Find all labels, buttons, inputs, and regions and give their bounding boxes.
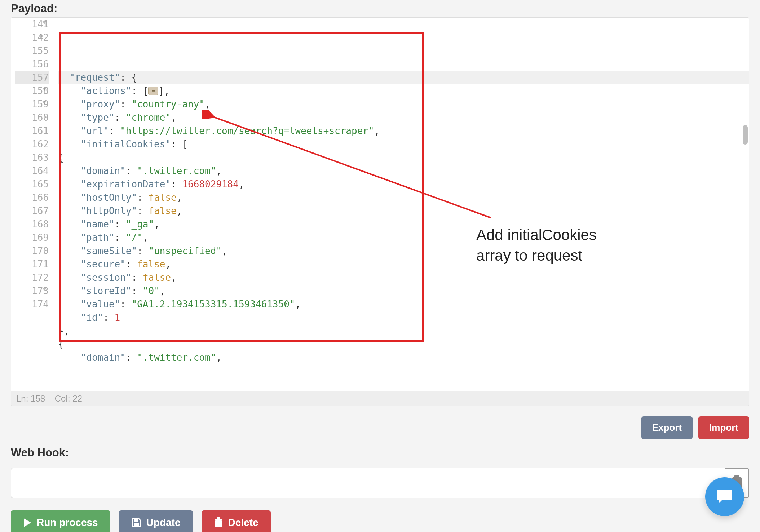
code-line[interactable]: "hostOnly": false, <box>58 191 749 204</box>
chat-fab[interactable] <box>705 477 744 516</box>
gutter-line: 169 <box>15 231 49 244</box>
code-line[interactable]: "path": "/", <box>58 231 749 244</box>
play-icon <box>23 518 32 528</box>
svg-rect-5 <box>217 517 220 519</box>
gutter-line: 163 <box>15 151 49 164</box>
code-line[interactable]: "id": 1 <box>58 311 749 324</box>
gutter-line: 156 <box>15 58 49 71</box>
svg-rect-1 <box>134 519 138 522</box>
gutter-line: 158 <box>15 84 49 98</box>
webhook-input[interactable] <box>11 468 725 498</box>
gutter-line: 159 <box>15 98 49 111</box>
code-line[interactable]: "initialCookies": [ <box>58 138 749 151</box>
gutter-line: 167 <box>15 204 49 218</box>
annotation-line2: array to request <box>476 245 597 266</box>
code-line[interactable]: "session": false, <box>58 271 749 284</box>
gutter-line: 165 <box>15 178 49 191</box>
gutter-line: 174 <box>15 298 49 311</box>
import-button[interactable]: Import <box>698 416 749 439</box>
svg-rect-3 <box>215 520 222 527</box>
fold-open-icon[interactable] <box>42 88 47 91</box>
gutter-line: 172 <box>15 271 49 284</box>
fold-open-icon[interactable] <box>42 101 47 104</box>
folded-region-icon[interactable] <box>148 87 158 95</box>
save-icon <box>131 518 141 528</box>
gutter-line: 171 <box>15 258 49 271</box>
action-row: Run process Update Delete <box>11 510 749 532</box>
code-line[interactable]: "domain": ".twitter.com", <box>58 351 749 364</box>
editor-gutter: 1411421551561571581591601611621631641651… <box>11 18 58 391</box>
fold-open-icon[interactable] <box>42 288 47 291</box>
code-line[interactable]: { <box>58 338 749 351</box>
export-import-row: Export Import <box>11 416 749 439</box>
gutter-line: 168 <box>15 218 49 231</box>
code-line[interactable]: "request": { <box>58 71 749 84</box>
editor-scrollbar[interactable] <box>743 125 748 145</box>
editor-statusbar: Ln: 158 Col: 22 <box>11 391 749 406</box>
run-label: Run process <box>37 517 98 528</box>
fold-open-icon[interactable] <box>42 21 47 24</box>
gutter-line: 142 <box>15 31 49 44</box>
gutter-line: 173 <box>15 284 49 298</box>
svg-rect-2 <box>134 523 139 526</box>
gutter-line: 170 <box>15 244 49 258</box>
gutter-line: 162 <box>15 138 49 151</box>
payload-label: Payload: <box>11 2 749 15</box>
gutter-line: 166 <box>15 191 49 204</box>
code-line[interactable]: "name": "_ga", <box>58 218 749 231</box>
gutter-line: 141 <box>15 18 49 31</box>
code-line[interactable]: "storeId": "0", <box>58 284 749 298</box>
status-col: 22 <box>72 394 82 403</box>
code-line[interactable]: "proxy": "country-any", <box>58 98 749 111</box>
annotation-line1: Add initialCookies <box>476 225 597 245</box>
chat-icon <box>715 488 734 505</box>
export-button[interactable]: Export <box>641 416 693 439</box>
gutter-line: 164 <box>15 164 49 178</box>
code-line[interactable]: "httpOnly": false, <box>58 204 749 218</box>
fold-closed-icon[interactable] <box>40 34 46 38</box>
gutter-line: 161 <box>15 124 49 138</box>
update-label: Update <box>146 517 181 528</box>
status-col-label: Col: <box>55 394 70 403</box>
code-line[interactable]: "type": "chrome", <box>58 111 749 124</box>
delete-label: Delete <box>228 517 259 528</box>
code-line[interactable]: "domain": ".twitter.com", <box>58 164 749 178</box>
gutter-line: 157 <box>15 71 49 84</box>
code-line[interactable]: "sameSite": "unspecified", <box>58 244 749 258</box>
gutter-line: 155 <box>15 44 49 58</box>
code-line[interactable]: "url": "https://twitter.com/search?q=twe… <box>58 124 749 138</box>
editor-code[interactable]: "request": { "actions": [], "proxy": "co… <box>58 18 749 391</box>
annotation-text: Add initialCookies array to request <box>476 225 597 266</box>
code-line[interactable]: "expirationDate": 1668029184, <box>58 178 749 191</box>
webhook-row <box>11 468 749 498</box>
status-ln: 158 <box>31 394 45 403</box>
update-button[interactable]: Update <box>119 510 193 532</box>
trash-icon <box>214 517 223 528</box>
run-process-button[interactable]: Run process <box>11 510 110 532</box>
code-line[interactable]: "actions": [], <box>58 84 749 98</box>
code-line[interactable]: "secure": false, <box>58 258 749 271</box>
payload-editor[interactable]: 1411421551561571581591601611621631641651… <box>11 17 749 406</box>
code-line[interactable]: { <box>58 151 749 164</box>
webhook-label: Web Hook: <box>11 446 749 459</box>
code-line[interactable]: }, <box>58 324 749 338</box>
gutter-line: 160 <box>15 111 49 124</box>
delete-button[interactable]: Delete <box>202 510 271 532</box>
status-ln-label: Ln: <box>16 394 28 403</box>
code-line[interactable]: "value": "GA1.2.1934153315.1593461350", <box>58 298 749 311</box>
